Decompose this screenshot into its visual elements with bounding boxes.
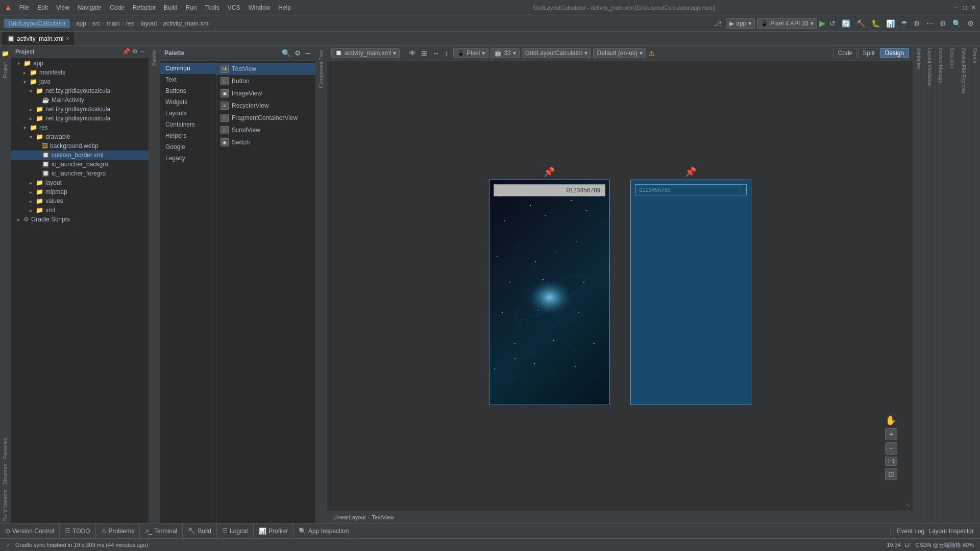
palette-cat-legacy[interactable]: Legacy xyxy=(160,153,216,164)
tab-profiler[interactable]: 📊 Profiler xyxy=(254,523,293,538)
menu-build[interactable]: Build xyxy=(161,3,181,12)
tab-close-button[interactable]: ✕ xyxy=(65,36,69,41)
palette-item-switch[interactable]: ◉ Switch xyxy=(216,136,315,148)
tab-build[interactable]: 🔨 Build xyxy=(183,523,217,538)
phone-frame[interactable]: 0123456789 xyxy=(489,180,610,405)
sidebar-pin-icon[interactable]: 📌 xyxy=(122,48,130,55)
profile-icon[interactable]: 📊 xyxy=(884,18,897,29)
zoom-ratio-label[interactable]: 1:1 xyxy=(885,457,897,466)
palette-cat-containers[interactable]: Containers xyxy=(160,119,216,130)
palette-strip-label[interactable]: Palette xyxy=(151,48,158,68)
api-selector[interactable]: 📱 Pixel 4 API 33 ▾ xyxy=(757,18,817,29)
device-type-selector[interactable]: 📱 Pixel ▾ xyxy=(453,48,488,58)
locale-selector[interactable]: Default (en-us) ▾ xyxy=(593,48,646,58)
breadcrumb-app[interactable]: app xyxy=(76,20,86,27)
project-strip-label[interactable]: Project xyxy=(2,60,9,80)
breadcrumb-linearlayout[interactable]: LinearLayout xyxy=(333,514,366,520)
palette-item-button[interactable]: □ Button xyxy=(216,75,315,87)
close-button[interactable]: ✕ xyxy=(971,4,976,11)
sidebar-collapse-icon[interactable]: ─ xyxy=(140,48,144,55)
menu-help[interactable]: Help xyxy=(275,3,294,12)
layout-validation-label[interactable]: Layout Validation xyxy=(926,46,934,89)
component-tree-label[interactable]: Component Tree xyxy=(317,48,325,90)
tab-todo[interactable]: ☰ TODO xyxy=(60,523,95,538)
tree-item-xml[interactable]: ▸ 📁 xml xyxy=(11,206,149,215)
tree-item-drawable[interactable]: ▾ 📁 drawable xyxy=(11,132,149,141)
build-icon[interactable]: 🔨 xyxy=(854,18,867,29)
git-icon[interactable]: ⎇ xyxy=(712,18,724,29)
menu-view[interactable]: View xyxy=(53,3,72,12)
emulator-label[interactable]: Emulator xyxy=(948,46,956,70)
tab-terminal[interactable]: >_ Terminal xyxy=(140,523,183,538)
run-button[interactable]: ▶ xyxy=(819,18,825,28)
breadcrumb-project[interactable]: GridLayoutCalculator xyxy=(4,19,70,28)
fit-screen-button[interactable]: ⊡ xyxy=(885,468,897,480)
palette-cat-common[interactable]: Common xyxy=(160,63,216,74)
eye-icon[interactable]: 👁 xyxy=(408,48,417,58)
palette-cat-google[interactable]: Google xyxy=(160,141,216,153)
tree-item-pkg3[interactable]: ▸ 📁 net.fzy.gridlayoutcalcula xyxy=(11,114,149,123)
palette-item-fragmentcontainer[interactable]: □ FragmentContainerView xyxy=(216,112,315,124)
tree-item-custom-border[interactable]: ▸ 🔲 custom_border.xml xyxy=(11,151,149,160)
blueprint-frame[interactable]: 0123456789 xyxy=(630,180,751,405)
tree-item-values[interactable]: ▸ 📁 values xyxy=(11,196,149,206)
device-file-label[interactable]: Device File Explorer xyxy=(960,46,967,95)
tab-app-inspection[interactable]: 🔍 App Inspection xyxy=(293,523,354,538)
menu-edit[interactable]: Edit xyxy=(34,3,51,12)
settings-icon[interactable]: ⚙ xyxy=(938,18,948,29)
grid-icon[interactable]: ⊞ xyxy=(420,48,428,58)
breadcrumb-res[interactable]: res xyxy=(126,20,135,27)
layout-inspector-tab[interactable]: Layout Inspector xyxy=(928,528,974,535)
more-icon[interactable]: ⋯ xyxy=(924,18,936,29)
palette-settings-icon[interactable]: ⚙ xyxy=(293,48,302,58)
debug-icon[interactable]: 🐛 xyxy=(869,18,882,29)
tab-logcat[interactable]: ☰ Logcat xyxy=(217,523,254,538)
palette-cat-widgets[interactable]: Widgets xyxy=(160,96,216,108)
tree-item-background[interactable]: ▸ 🖼 background.webp xyxy=(11,141,149,151)
vertical-arrow-icon[interactable]: ↕ xyxy=(444,48,449,58)
favorites-strip-label[interactable]: Favorites xyxy=(2,436,9,461)
resize-handle[interactable]: ⤡ xyxy=(905,502,911,509)
menu-run[interactable]: Run xyxy=(183,3,200,12)
maximize-button[interactable]: □ xyxy=(963,4,967,11)
tree-item-java[interactable]: ▾ 📁 java xyxy=(11,77,149,86)
menu-refactor[interactable]: Refactor xyxy=(130,3,159,12)
zoom-in-button[interactable]: + xyxy=(885,428,897,440)
tab-problems[interactable]: ⚠ Problems xyxy=(96,523,140,538)
api-level-selector[interactable]: 🤖 33 ▾ xyxy=(491,48,519,58)
tree-item-pkg1[interactable]: ▾ 📁 net.fzy.gridlayoutcalcula xyxy=(11,86,149,95)
tree-item-layout[interactable]: ▸ 📁 layout xyxy=(11,178,149,187)
sidebar-settings-icon[interactable]: ⚙ xyxy=(132,48,138,55)
tree-item-app[interactable]: ▾ 📁 app xyxy=(11,59,149,68)
tree-item-mainactivity[interactable]: ▸ ☕ MainActivity xyxy=(11,95,149,105)
palette-close-icon[interactable]: ─ xyxy=(304,48,311,58)
device-manager-label[interactable]: Device Manager xyxy=(937,46,945,87)
palette-cat-text[interactable]: Text xyxy=(160,74,216,85)
structure-strip-label[interactable]: Structure xyxy=(2,462,9,487)
search-icon[interactable]: 🔍 xyxy=(950,18,963,29)
coverage-icon[interactable]: ☂ xyxy=(899,18,910,29)
settings2-icon[interactable]: ⚙ xyxy=(965,18,976,29)
palette-search-icon[interactable]: 🔍 xyxy=(281,48,291,58)
tools-icon[interactable]: ⚙ xyxy=(912,18,922,29)
breadcrumb-main[interactable]: main xyxy=(107,20,120,27)
device-selector[interactable]: ▶ app ▾ xyxy=(726,18,755,29)
hand-tool-icon[interactable]: ✋ xyxy=(885,415,897,426)
code-mode-button[interactable]: Code xyxy=(834,48,857,58)
build-variants-strip-label[interactable]: Build Variants xyxy=(2,488,9,523)
event-log-tab[interactable]: Event Log xyxy=(897,528,924,535)
breadcrumb-textview[interactable]: TextView xyxy=(372,514,394,520)
blueprint-edittext[interactable]: 0123456789 xyxy=(635,184,747,195)
design-mode-button[interactable]: Design xyxy=(880,48,909,58)
minimize-button[interactable]: ─ xyxy=(954,4,959,11)
tab-activity-main[interactable]: 🔲 activity_main.xml ✕ xyxy=(2,32,75,45)
refresh-icon[interactable]: 🔄 xyxy=(840,18,852,29)
tree-item-ic-launcher-bg[interactable]: ▸ 🔲 ic_launcher_backgro xyxy=(11,160,149,169)
breadcrumb-file[interactable]: activity_main.xml xyxy=(163,20,209,27)
menu-vcs[interactable]: VCS xyxy=(225,3,243,12)
editor-file-selector[interactable]: 🔲 activity_main.xml ▾ xyxy=(331,48,400,58)
tree-item-ic-launcher-fg[interactable]: ▸ 🔲 ic_launcher_foregro xyxy=(11,169,149,178)
menu-window[interactable]: Window xyxy=(246,3,274,12)
tree-item-manifests[interactable]: ▸ 📁 manifests xyxy=(11,68,149,77)
tab-version-control[interactable]: ⊙ Version Control xyxy=(0,523,60,538)
